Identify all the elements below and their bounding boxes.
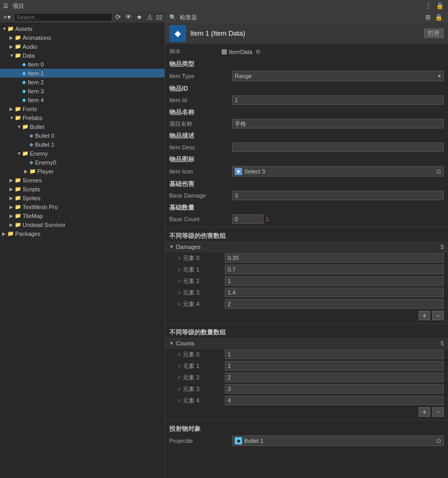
item-icon-cn: 物品图标	[169, 155, 444, 164]
projectile-value: Bullet 1	[244, 438, 264, 444]
more-options-icon[interactable]: ⋮	[424, 2, 433, 10]
tree-item[interactable]: ◆Item 0	[0, 60, 165, 69]
counts-arrow-icon[interactable]: ▼	[169, 341, 174, 346]
drag-handle-icon: ≡	[178, 266, 181, 273]
tree-item[interactable]: ▼📁Prefabs	[0, 113, 165, 122]
item-icon-text: Select 3	[244, 168, 434, 175]
tree-item[interactable]: ◆Item 2	[0, 78, 165, 86]
array-element-input[interactable]	[225, 373, 444, 382]
tree-arrow-icon: ▶	[9, 195, 15, 201]
left-panel: +▾ ⟳ 👁 ★ ⚠ 22 ▼📁Assets▶📁Animations▶📁Audi…	[0, 12, 165, 478]
damages-arrow-icon[interactable]: ▼	[169, 244, 174, 249]
array-element-input[interactable]	[225, 265, 444, 274]
tree-arrow-icon: ▶	[9, 178, 15, 183]
damages-add-button[interactable]: +	[419, 311, 430, 320]
search-input[interactable]	[14, 13, 112, 21]
alert-icon[interactable]: ⚠	[146, 14, 154, 20]
tree-item[interactable]: ▼📁Data	[0, 51, 165, 60]
base-count-cn: 基础数量	[169, 203, 444, 212]
tree-arrow-icon: ▼	[9, 53, 15, 58]
tree-item-label: Assets	[15, 26, 32, 32]
tree-item[interactable]: ◆Enemy0	[0, 158, 165, 167]
eye-icon[interactable]: 👁	[124, 14, 133, 20]
tree-node-icon: 📁	[15, 186, 21, 192]
array-element-input[interactable]	[225, 288, 444, 297]
tree-item[interactable]: ◆Item 1	[0, 69, 165, 78]
array-element-input[interactable]	[225, 384, 444, 394]
base-count-label: Base Count	[169, 216, 232, 222]
tree-item[interactable]: ▶📁TileMap	[0, 211, 165, 220]
tree-item[interactable]: ▶📁Sprites	[0, 193, 165, 202]
array-element-input[interactable]	[225, 299, 444, 309]
tree-item[interactable]: ▶📁Scripts	[0, 184, 165, 193]
item-id-row: Item Id	[165, 94, 448, 106]
tree-node-icon: ◆	[22, 79, 26, 85]
base-damage-input[interactable]	[232, 191, 444, 200]
lock-icon[interactable]: 🔒	[435, 2, 445, 10]
damages-list-item: ≡ 元素 4	[165, 298, 448, 310]
tree-item[interactable]: ▶📁Scenes	[0, 176, 165, 184]
add-button[interactable]: +▾	[2, 14, 12, 20]
base-damage-label: Base Damage	[169, 192, 232, 199]
main-layout: +▾ ⟳ 👁 ★ ⚠ 22 ▼📁Assets▶📁Animations▶📁Audi…	[0, 12, 448, 478]
damages-remove-button[interactable]: -	[432, 311, 444, 320]
item-id-label: Item Id	[169, 97, 232, 103]
tree-item-label: Enemy0	[35, 159, 56, 166]
tree-item[interactable]: ▶📁Fonts	[0, 104, 165, 113]
tree-item-label: TextMesh Pro	[23, 204, 58, 210]
tree-item-label: Packages	[15, 231, 40, 237]
tree-item[interactable]: ▼📁Bullet	[0, 122, 165, 131]
script-circle-icon[interactable]: ⊙	[255, 48, 261, 56]
item-id-input[interactable]	[232, 95, 444, 105]
tree-item[interactable]: ▶📁Audio	[0, 42, 165, 51]
tree-arrow-icon: ▶	[9, 213, 15, 219]
projectile-field[interactable]: ◆ Bullet 1 ⊙	[232, 436, 444, 446]
array-element-input[interactable]	[225, 253, 444, 263]
tree-item[interactable]: ▶📁Player	[0, 167, 165, 176]
tree-item[interactable]: ◆Bullet 0	[0, 131, 165, 140]
array-element-input[interactable]	[225, 350, 444, 359]
base-damage-section: 基础伤害	[165, 178, 448, 190]
item-type-select[interactable]: Range Melee Consumable	[232, 71, 444, 81]
inspector-tab-label[interactable]: 检查器	[180, 14, 197, 21]
tree-item[interactable]: ▶📁TextMesh Pro	[0, 202, 165, 211]
counts-remove-button[interactable]: -	[432, 407, 444, 417]
lock-inspector-icon[interactable]: 🔒	[434, 13, 444, 21]
item-type-select-wrapper: Range Melee Consumable ▼	[232, 71, 444, 81]
tree-item[interactable]: ◆Item 3	[0, 86, 165, 95]
tree-arrow-icon: ▼	[2, 26, 7, 31]
tree-arrow-icon: ▼	[17, 151, 22, 156]
projectile-cn: 投射物对象	[169, 425, 444, 433]
adjust-icon[interactable]: ⊞	[424, 13, 432, 21]
array-element-input[interactable]	[225, 396, 444, 405]
projectile-circle-btn[interactable]: ⊙	[436, 437, 441, 444]
tree-item[interactable]: ◆Bullet 1	[0, 140, 165, 149]
tree-item[interactable]: ▶📁Packages	[0, 229, 165, 238]
item-icon-field[interactable]: ■ Select 3 ⊙	[232, 166, 444, 177]
tree-arrow-icon: ▶	[9, 106, 15, 112]
tree-item[interactable]: ◆Item 4	[0, 95, 165, 104]
item-icon-circle-btn[interactable]: ⊙	[436, 168, 441, 175]
open-button[interactable]: 打开	[424, 28, 444, 38]
base-count-input[interactable]	[232, 214, 264, 224]
damages-list-item: ≡ 元素 1	[165, 264, 448, 275]
star-icon[interactable]: ★	[135, 14, 144, 20]
tree-item-label: Audio	[23, 44, 37, 50]
damages-count: 5	[441, 244, 444, 250]
tree-item[interactable]: ▶📁Undead Survivor	[0, 220, 165, 229]
counts-add-button[interactable]: +	[419, 407, 430, 417]
counts-label: Counts	[176, 340, 194, 346]
item-name-input[interactable]	[232, 119, 444, 128]
array-element-input[interactable]	[225, 276, 444, 286]
tree-item-label: Item 1	[28, 70, 44, 77]
base-damage-value	[232, 191, 444, 200]
tree-node-icon: ◆	[22, 61, 26, 67]
array-element-input[interactable]	[225, 361, 444, 371]
tree-item[interactable]: ▼📁Assets	[0, 24, 165, 33]
base-count-wrapper: 1	[232, 214, 444, 224]
tree-item-label: Prefabs	[23, 115, 42, 121]
tree-item[interactable]: ▶📁Animations	[0, 33, 165, 42]
tree-item[interactable]: ▼📁Enemy	[0, 149, 165, 158]
item-desc-input[interactable]	[232, 143, 444, 152]
refresh-icon[interactable]: ⟳	[114, 14, 122, 20]
